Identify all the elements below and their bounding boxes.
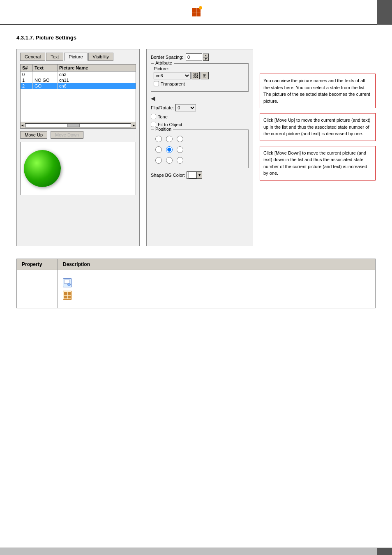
tab-visibility[interactable]: Visibility [88,53,114,61]
color-picker-button[interactable]: ▼ [187,171,202,179]
flip-rotate-dropdown[interactable]: 0 90 180 270 [175,104,196,111]
transparent-checkbox[interactable] [154,81,159,86]
pos-middle-center[interactable] [166,146,173,153]
tab-picture[interactable]: Picture [64,53,87,61]
fit-to-object-label: Fit to Object [158,122,182,127]
header-right-block [377,0,392,25]
border-spacing-input[interactable] [186,53,202,61]
spin-down-button[interactable]: ▼ [203,57,209,61]
position-grid [154,134,246,165]
table-cell-description [58,270,376,308]
footer-right-block [377,548,392,555]
tone-row: Tone [151,114,249,119]
spin-up-button[interactable]: ▲ [203,53,209,57]
scrollbar-track[interactable] [25,123,131,127]
border-spacing-row: Border Spacing: ▲ ▼ [151,53,249,61]
attr-panel: Border Spacing: ▲ ▼ Attribute Picture: c… [146,49,253,246]
tone-label: Tone [158,114,168,119]
state-row-0[interactable]: 0 cn3 [21,72,136,77]
tab-text[interactable]: Text [46,53,63,61]
state-row-2[interactable]: 2 GO cn6 [21,83,136,89]
scrollbar-thumb[interactable] [67,124,80,127]
state-list-container: S# Text Picture Name 0 cn3 1 NO GO cn11 [20,64,136,129]
info-box-3: Click [Move Down] to move the current pi… [260,146,376,180]
info-boxes: You can view the picture names and the t… [260,49,376,246]
table-header-property: Property [17,259,58,270]
picture-field-label: Picture: [154,66,246,71]
shape-bg-color-row: Shape BG Color: ▼ [151,171,249,179]
table-row-icons [17,270,376,308]
scroll-right-arrow[interactable]: ▸ [133,123,135,127]
info-box-1: You can view the picture names and the t… [260,74,376,108]
divider-arrow: ◀ [151,95,249,102]
picture-preview [24,150,61,187]
tab-general[interactable]: General [20,53,45,61]
pos-top-center[interactable] [166,136,173,142]
pos-middle-left[interactable] [155,146,162,153]
pos-bottom-left[interactable] [155,157,162,164]
border-spacing-label: Border Spacing: [151,55,183,60]
pos-bottom-right[interactable] [177,157,183,164]
col-header-text: Text [33,65,58,71]
header [0,0,392,25]
section-title: 4.3.1.7. Picture Settings [16,35,376,41]
picture-select-row: cn6 🖼 ⊞ [154,72,246,79]
transparent-label: Transparent [161,81,185,86]
attribute-section: Attribute Picture: cn6 🖼 ⊞ Transparent [151,63,249,92]
property-table: Property Description [16,259,376,308]
flip-rotate-label: Flip/Rotate: [151,105,174,110]
color-box [189,172,197,178]
footer-bar [0,548,392,555]
info-box-2: Click [Move Up] to move the current pict… [260,113,376,141]
position-title: Position [154,127,173,132]
tab-bar: General Text Picture Visibility [20,53,136,61]
picture-dropdown[interactable]: cn6 [154,72,191,79]
header-logo [192,8,201,16]
position-section: Position [151,130,249,168]
dialog-box: General Text Picture Visibility S# Text … [16,49,140,246]
pos-top-left[interactable] [155,136,162,142]
transparent-row: Transparent [154,81,246,86]
state-list-header: S# Text Picture Name [21,65,136,72]
col-header-sh: S# [21,65,33,71]
col-header-name: Picture Name [58,65,136,71]
picture-grid-button[interactable]: ⊞ [201,72,209,79]
table-header-description: Description [58,259,376,270]
pos-bottom-center[interactable] [166,157,173,164]
browse-icon [63,278,72,287]
preview-area [20,142,136,195]
border-spacing-spinner: ▲ ▼ [203,53,209,61]
dialog-area: General Text Picture Visibility S# Text … [16,49,376,246]
move-up-button[interactable]: Move Up [20,131,47,139]
flip-rotate-row: Flip/Rotate: 0 90 180 270 [151,104,249,111]
grid-icon [63,291,72,300]
attribute-section-title: Attribute [154,60,174,65]
tone-checkbox[interactable] [151,114,156,119]
main-content: 4.3.1.7. Picture Settings General Text P… [0,25,392,318]
picture-browse-button[interactable]: 🖼 [191,72,200,79]
pos-middle-right[interactable] [177,146,183,153]
state-row-1[interactable]: 1 NO GO cn11 [21,77,136,83]
pos-top-right[interactable] [177,136,183,142]
scrollbar-row: ◂ ▸ [21,122,136,128]
table-cell-property [17,270,58,308]
shape-bg-color-label: Shape BG Color: [151,173,185,178]
move-down-button[interactable]: Move Down [51,131,83,139]
move-buttons: Move Up Move Down [20,131,136,139]
scroll-left-arrow[interactable]: ◂ [21,123,23,127]
color-dropdown-arrow[interactable]: ▼ [197,172,202,178]
